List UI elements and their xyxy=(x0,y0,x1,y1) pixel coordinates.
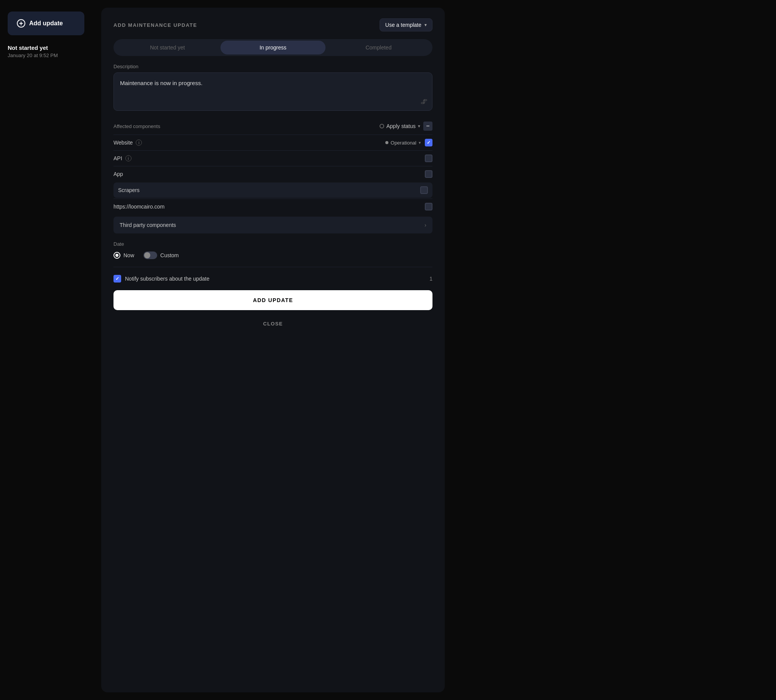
tab-completed[interactable]: Completed xyxy=(326,41,431,55)
add-update-sidebar-button[interactable]: + Add update xyxy=(8,12,84,35)
app-name: App xyxy=(113,171,123,177)
date-options: Now Custom xyxy=(113,252,432,259)
date-section: Date Now Custom xyxy=(113,241,432,259)
component-row-scrapers-wrapper: Scrapers xyxy=(113,182,432,198)
apply-status-circle-icon xyxy=(380,124,384,128)
notify-count: 1 xyxy=(429,276,432,282)
info-icon-api[interactable]: i xyxy=(125,155,132,162)
affected-components-label: Affected components xyxy=(113,123,160,129)
apply-status-group: Apply status ▾ − xyxy=(380,122,432,131)
component-label-loomcairo: https://loomcairo.com xyxy=(113,203,165,210)
component-label-api: API i xyxy=(113,155,132,162)
apply-status-chevron-icon: ▾ xyxy=(418,123,420,129)
toggle-custom-icon[interactable] xyxy=(144,252,157,259)
api-name: API xyxy=(113,155,122,162)
chevron-down-icon: ▾ xyxy=(424,22,427,28)
checkbox-website[interactable] xyxy=(425,139,432,147)
close-button[interactable]: CLOSE xyxy=(113,318,432,330)
date-label: Date xyxy=(113,241,432,247)
checkbox-api[interactable] xyxy=(425,155,432,162)
notify-left: Notify subscribers about the update xyxy=(113,275,209,283)
description-label: Description xyxy=(113,63,432,69)
checkbox-loomcairo[interactable] xyxy=(425,203,432,210)
component-label-website: Website i xyxy=(113,140,142,146)
loomcairo-right xyxy=(425,203,432,210)
scrapers-name: Scrapers xyxy=(118,187,140,193)
chevron-right-icon: › xyxy=(424,222,426,228)
app-right xyxy=(425,170,432,178)
description-box[interactable]: Maintenance is now in progress. 🖇 xyxy=(113,72,432,111)
component-row-app: App xyxy=(113,166,432,182)
plus-icon: + xyxy=(17,19,25,28)
panel-title: ADD MAINTENANCE UPDATE xyxy=(113,22,197,28)
component-row-scrapers: Scrapers xyxy=(113,182,432,198)
add-update-submit-button[interactable]: ADD UPDATE xyxy=(113,290,432,310)
info-icon-website[interactable]: i xyxy=(136,140,142,146)
operational-status: Operational ▾ xyxy=(385,140,421,146)
apply-status-label: Apply status xyxy=(387,123,416,129)
loomcairo-name: https://loomcairo.com xyxy=(113,203,165,210)
date-option-now[interactable]: Now xyxy=(113,252,134,259)
description-text: Maintenance is now in progress. xyxy=(120,79,426,88)
apply-status-button[interactable]: Apply status ▾ xyxy=(380,123,420,129)
status-tabs: Not started yet In progress Completed xyxy=(113,39,432,56)
main-panel: ADD MAINTENANCE UPDATE Use a template ▾ … xyxy=(101,8,445,692)
add-update-sidebar-label: Add update xyxy=(29,20,63,27)
status-chevron-icon[interactable]: ▾ xyxy=(419,140,421,145)
scrapers-right xyxy=(420,186,428,194)
paperclip-icon[interactable]: 🖇 xyxy=(421,98,427,106)
website-right: Operational ▾ xyxy=(385,139,432,147)
sidebar-date: January 20 at 9:52 PM xyxy=(8,53,92,58)
component-row-loomcairo: https://loomcairo.com xyxy=(113,198,432,214)
sidebar-status: Not started yet January 20 at 9:52 PM xyxy=(8,45,92,58)
date-custom-label: Custom xyxy=(160,252,179,258)
status-dot-icon xyxy=(385,141,388,144)
date-now-label: Now xyxy=(123,252,134,258)
affected-components-header: Affected components Apply status ▾ − xyxy=(113,118,432,135)
checkbox-scrapers[interactable] xyxy=(420,186,428,194)
component-row-website: Website i Operational ▾ xyxy=(113,135,432,150)
tab-not-started[interactable]: Not started yet xyxy=(115,41,220,55)
operational-label: Operational xyxy=(391,140,416,146)
notify-checkbox[interactable] xyxy=(113,275,121,283)
api-right xyxy=(425,155,432,162)
website-name: Website xyxy=(113,140,133,146)
use-template-button[interactable]: Use a template ▾ xyxy=(380,18,432,32)
affected-components-section: Affected components Apply status ▾ − Web… xyxy=(113,118,432,233)
divider xyxy=(113,267,432,267)
notify-text: Notify subscribers about the update xyxy=(125,276,209,282)
remove-button[interactable]: − xyxy=(423,122,432,131)
checkbox-app[interactable] xyxy=(425,170,432,178)
radio-now-icon xyxy=(113,252,120,259)
date-option-custom[interactable]: Custom xyxy=(144,252,179,259)
sidebar-status-label: Not started yet xyxy=(8,45,92,51)
third-party-row[interactable]: Third party components › xyxy=(113,217,432,233)
sidebar: + Add update Not started yet January 20 … xyxy=(8,8,92,692)
component-label-scrapers: Scrapers xyxy=(118,187,140,193)
tab-in-progress[interactable]: In progress xyxy=(220,41,325,55)
description-section: Description Maintenance is now in progre… xyxy=(113,63,432,111)
component-label-app: App xyxy=(113,171,123,177)
notify-row: Notify subscribers about the update 1 xyxy=(113,275,432,283)
third-party-label: Third party components xyxy=(120,222,176,228)
template-btn-label: Use a template xyxy=(385,22,421,28)
component-row-api: API i xyxy=(113,150,432,166)
panel-header: ADD MAINTENANCE UPDATE Use a template ▾ xyxy=(113,18,432,32)
